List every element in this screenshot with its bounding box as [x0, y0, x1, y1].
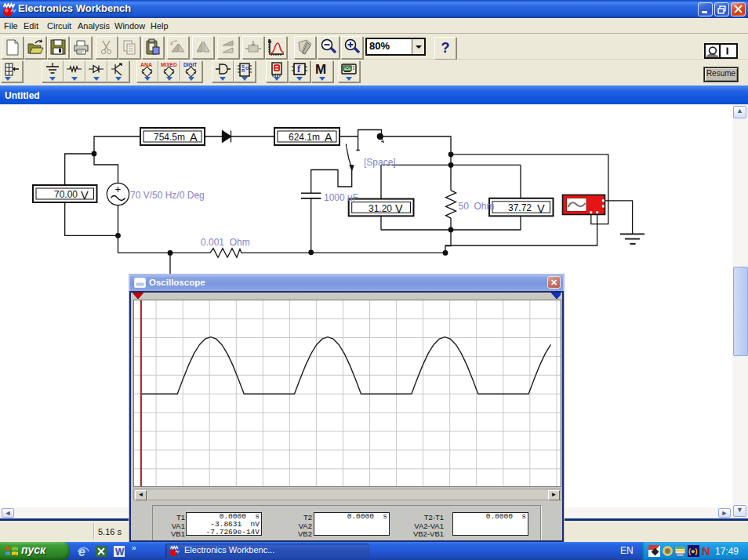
- svg-text:70.00: 70.00: [54, 189, 78, 200]
- svg-text:1000 uF: 1000 uF: [324, 192, 358, 203]
- svg-text:DIGIT: DIGIT: [183, 62, 197, 67]
- svg-text:624.1m: 624.1m: [289, 132, 320, 143]
- svg-text:V: V: [395, 202, 403, 215]
- svg-text:70 V/50 Hz/0 Deg: 70 V/50 Hz/0 Deg: [130, 190, 205, 201]
- svg-text:e: e: [78, 545, 85, 558]
- svg-text:O: O: [245, 66, 249, 71]
- svg-text:A: A: [325, 131, 332, 144]
- svg-text:37.72: 37.72: [508, 202, 532, 213]
- svg-text:50 Ohm: 50 Ohm: [459, 201, 495, 212]
- svg-text:V: V: [81, 189, 89, 202]
- svg-text:0.001 Ohm: 0.001 Ohm: [201, 237, 250, 248]
- svg-text:(●): (●): [688, 547, 697, 555]
- svg-text:V: V: [537, 202, 545, 215]
- svg-text:N: N: [702, 545, 710, 557]
- svg-text:M: M: [315, 62, 326, 77]
- svg-text:754.5m: 754.5m: [154, 132, 185, 143]
- svg-text:31.20: 31.20: [369, 203, 392, 214]
- svg-text:A: A: [190, 131, 198, 144]
- svg-text:[Space]: [Space]: [364, 157, 396, 168]
- svg-text:ANA: ANA: [140, 62, 152, 67]
- svg-text:W: W: [115, 547, 125, 558]
- svg-text:f: f: [297, 64, 301, 75]
